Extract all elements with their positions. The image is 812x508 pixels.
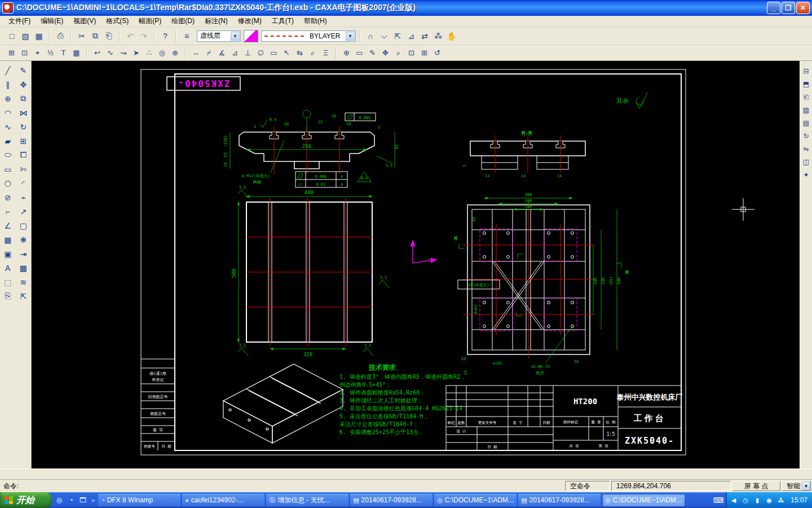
tray-collapse-icon[interactable]: ◀: [729, 496, 738, 505]
rectangle-tool[interactable]: ▰: [1, 134, 15, 148]
chevron-down-icon[interactable]: ▼: [346, 32, 355, 41]
zoom-page-button[interactable]: ⊞: [418, 47, 431, 59]
pick-filter-icon[interactable]: ⇱: [391, 29, 404, 43]
view-regen-button[interactable]: ✦: [801, 169, 812, 181]
task-winamp[interactable]: ◔DFX 8 Winamp: [98, 494, 180, 506]
cut-button[interactable]: ✂: [75, 29, 89, 43]
spline-tool[interactable]: ∿: [1, 120, 15, 134]
hatch-ellipse-tool[interactable]: ⊘: [1, 190, 15, 204]
polar-icon[interactable]: ⌵: [377, 29, 391, 43]
paste-button[interactable]: ⎗: [102, 29, 116, 43]
dim-continue-button[interactable]: ⇆: [293, 47, 306, 59]
zoom-window-button[interactable]: ⊡: [18, 47, 31, 59]
zoom-prev-button[interactable]: ⊡: [405, 47, 418, 59]
task-qq[interactable]: ◕caofei1234902-...: [182, 494, 264, 506]
zoom-back-button[interactable]: ↺: [431, 47, 444, 59]
task-rar-2[interactable]: ▤20140617-093928...: [518, 494, 601, 506]
open-button[interactable]: ▧: [19, 29, 32, 43]
center-mark-button[interactable]: ⊕: [169, 47, 182, 59]
menu-sheet[interactable]: 幅面(P): [134, 15, 166, 27]
rotate-tool[interactable]: ↻: [16, 120, 30, 134]
array-tool[interactable]: ⊞: [16, 134, 30, 148]
pan-button[interactable]: ✥: [379, 47, 392, 59]
fillet-tool[interactable]: ◜: [16, 176, 30, 190]
dim-edit-button[interactable]: Ξ: [319, 47, 332, 59]
dim-linear-button[interactable]: ↔: [189, 47, 202, 59]
trim-tool[interactable]: ✄: [16, 162, 30, 176]
chevron-down-icon[interactable]: ▼: [231, 32, 240, 41]
undo-button[interactable]: ↶: [123, 29, 137, 43]
properties-tool[interactable]: ⇱: [16, 289, 30, 303]
screen-point-button[interactable]: 屏 幕 点: [732, 481, 780, 491]
cad-drawing[interactable]: ZXK5040- 其余: [32, 61, 800, 468]
tray-clock-icon[interactable]: ◷: [741, 496, 750, 505]
drawing-canvas[interactable]: ZXK5040- 其余: [32, 61, 800, 468]
move-tool[interactable]: ✥: [16, 77, 30, 91]
copy-button[interactable]: ⧉: [89, 29, 102, 43]
tray-network-icon[interactable]: 🖧: [776, 496, 785, 505]
contour-button[interactable]: ∴: [143, 47, 156, 59]
mirror-tool[interactable]: ⋈: [16, 106, 30, 120]
wave-line-button[interactable]: ∿: [104, 47, 117, 59]
snap-mode-select[interactable]: 智能 ▼: [782, 481, 811, 491]
parallel-line-tool[interactable]: ∥: [1, 77, 15, 91]
dim-angle-button[interactable]: ∡: [215, 47, 228, 59]
menu-view[interactable]: 视图(V): [68, 15, 101, 27]
zoom-all-button[interactable]: ⊞: [5, 47, 18, 59]
print-button[interactable]: ⎙: [54, 29, 67, 43]
zoom-dynamic-button[interactable]: ⌕: [392, 47, 405, 59]
menu-help[interactable]: 帮助(H): [299, 15, 332, 27]
menu-edit[interactable]: 编辑(E): [36, 15, 68, 27]
text-style-button[interactable]: T: [57, 47, 70, 59]
minimize-button[interactable]: _: [767, 2, 780, 14]
ql-messenger-icon[interactable]: ◎: [54, 495, 64, 505]
dim-aligned-button[interactable]: ⌿: [202, 47, 215, 59]
explode-tool[interactable]: ❋: [16, 233, 30, 247]
text-tool[interactable]: A: [1, 261, 15, 275]
fill-tool[interactable]: ▩: [16, 261, 30, 275]
arrow-button[interactable]: ➤: [130, 47, 143, 59]
view-flip-button[interactable]: ⇋: [801, 143, 812, 155]
dim-vertical-button[interactable]: ⊥: [241, 47, 254, 59]
view-new-button[interactable]: ⊟: [801, 65, 812, 77]
ortho-icon[interactable]: ∩: [364, 29, 377, 43]
quick-launch-chevron[interactable]: »: [90, 497, 96, 503]
point-style-icon[interactable]: ⁂: [431, 29, 445, 43]
task-info[interactable]: Ⓢ增加信息 - 无忧...: [266, 494, 348, 506]
hatch-tool[interactable]: ▦: [1, 233, 15, 247]
view-rotate-button[interactable]: ↻: [801, 130, 812, 142]
ql-desktop-icon[interactable]: 🗔: [78, 495, 88, 505]
block-tool[interactable]: ▣: [1, 247, 15, 261]
start-button[interactable]: 开始: [0, 492, 52, 508]
ql-player-icon[interactable]: ◔: [66, 495, 76, 505]
copy-tool[interactable]: ⧉: [16, 91, 30, 106]
measure-button[interactable]: ▭: [353, 47, 366, 59]
menu-dim[interactable]: 标注(N): [200, 15, 233, 27]
title-bar[interactable]: C:\DOCUME~1\ADMINI~1\LOCALS~1\Temp\Rar$D…: [0, 0, 812, 16]
chevron-down-icon[interactable]: ▼: [802, 481, 810, 491]
table-style-button[interactable]: ▦: [70, 47, 83, 59]
angle-line-tool[interactable]: ∠: [1, 218, 15, 233]
close-button[interactable]: ✕: [796, 2, 810, 14]
menu-modify[interactable]: 修改(M): [233, 15, 267, 27]
new-button[interactable]: □: [5, 29, 19, 43]
dim-diameter-button[interactable]: ∅: [254, 47, 267, 59]
dim-baseline-button[interactable]: ⊿: [228, 47, 241, 59]
view-section-button[interactable]: ◫: [801, 156, 812, 168]
menu-file[interactable]: 文件(F): [3, 15, 36, 27]
linetype-select[interactable]: BYLAYER ▼: [261, 30, 356, 42]
line-tool[interactable]: ╱: [1, 63, 15, 77]
command-history[interactable]: [0, 468, 812, 480]
grid-snap-icon[interactable]: ⇄: [418, 29, 431, 43]
menu-tools[interactable]: 工具(T): [267, 15, 299, 27]
tray-wangwang-icon[interactable]: ◉: [765, 496, 774, 505]
zigzag-line-button[interactable]: ↝: [117, 47, 130, 59]
view-3d-button[interactable]: ⬒: [801, 78, 812, 90]
erase-tool[interactable]: ✎: [16, 63, 30, 77]
part-open-button[interactable]: ⎗: [801, 91, 812, 103]
restore-button[interactable]: ❐: [782, 2, 795, 14]
menu-format[interactable]: 格式(S): [101, 15, 134, 27]
help-button[interactable]: ?: [158, 29, 172, 43]
dim-search-button[interactable]: ⌕: [306, 47, 319, 59]
sketch-button[interactable]: ✎: [366, 47, 379, 59]
